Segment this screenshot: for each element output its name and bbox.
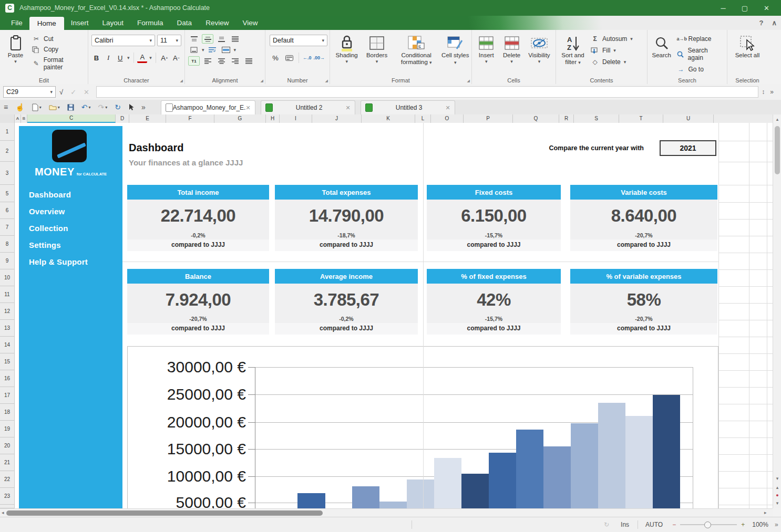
number-format-select[interactable]: Default ▾ [270, 35, 327, 46]
column-header-J[interactable]: J [312, 114, 362, 123]
search-button[interactable]: Search [650, 33, 674, 76]
vertical-text-icon[interactable]: T1 [188, 56, 200, 66]
open-document-icon[interactable]: ▾ [45, 104, 64, 110]
expand-formula-bar-icon[interactable]: ↕ [762, 88, 765, 96]
dialog-launcher-icon[interactable]: ◢ [467, 79, 470, 83]
sheet-tab-1[interactable]: Ashampoo_Money_for_E...✕ [161, 100, 255, 114]
close-tab-icon[interactable]: ✕ [245, 105, 250, 111]
column-header-P[interactable]: P [464, 114, 513, 123]
column-header-L[interactable]: L [415, 114, 431, 123]
row-header-3[interactable]: 3 [0, 162, 15, 185]
chevron-down-icon[interactable]: ▾ [202, 47, 204, 53]
bold-button[interactable]: B [91, 53, 101, 63]
column-header-C[interactable]: C [27, 114, 116, 123]
zoom-in-icon[interactable]: + [741, 521, 745, 528]
scroll-down-icon[interactable]: ▾ [773, 476, 781, 481]
close-tab-icon[interactable]: ✕ [445, 105, 450, 111]
visibility-button[interactable]: Visibility ▾ [525, 33, 553, 76]
row-header-17[interactable]: 17 [0, 387, 15, 404]
row-header-14[interactable]: 14 [0, 337, 15, 353]
row-header-18[interactable]: 18 [0, 404, 15, 421]
row-header-5[interactable]: 5 [0, 185, 15, 202]
sidebar-item-overview[interactable]: Overview [29, 207, 65, 216]
sidebar-item-settings[interactable]: Settings [29, 241, 61, 249]
fill-button[interactable]: Fill ▾ [589, 46, 635, 55]
row-header-11[interactable]: 11 [0, 286, 15, 303]
grow-font-button[interactable]: A+ [160, 53, 170, 63]
sort-and-filter-button[interactable]: AZ Sort and filter ▾ [558, 33, 588, 76]
dialog-launcher-icon[interactable]: ◢ [261, 79, 263, 83]
column-header-I[interactable]: I [280, 114, 312, 123]
row-header-16[interactable]: 16 [0, 370, 15, 387]
help-icon[interactable]: ? [759, 19, 764, 27]
chevron-down-icon[interactable]: ▾ [234, 47, 237, 53]
column-header-F[interactable]: F [166, 114, 214, 123]
zoom-slider-knob[interactable] [704, 521, 711, 528]
font-family-select[interactable]: Calibri ▾ [91, 35, 155, 46]
row-header-12[interactable]: 12 [0, 303, 15, 320]
sheet-tab-3[interactable]: Untitled 3✕ [361, 100, 455, 114]
save-icon[interactable] [64, 104, 78, 111]
horizontal-scroll-thumb[interactable] [6, 510, 323, 516]
font-color-button[interactable]: A [137, 53, 147, 63]
menu-view[interactable]: View [235, 17, 264, 30]
hand-tool-icon[interactable]: ☝ [12, 103, 28, 111]
column-header-S[interactable]: S [574, 114, 619, 123]
chevron-down-icon[interactable]: ▾ [127, 55, 130, 60]
conditional-formatting-button[interactable]: ≤ Conditional formatting ▾ [393, 33, 440, 76]
sidebar-toggle-icon[interactable]: ≡ [0, 103, 12, 111]
menu-layout[interactable]: Layout [96, 17, 131, 30]
toolbar-more-icon[interactable]: » [138, 103, 149, 111]
new-document-icon[interactable]: ▾ [28, 103, 45, 111]
delete-cells-button[interactable]: Delete ▾ [499, 33, 523, 76]
menu-data[interactable]: Data [170, 17, 199, 30]
close-button[interactable]: ✕ [764, 4, 769, 12]
autosum-button[interactable]: Σ Autosum ▾ [589, 35, 635, 43]
replace-button[interactable]: a→b Replace [675, 35, 725, 43]
cell-reference-box[interactable]: C29 ▾ [3, 86, 56, 98]
menu-insert[interactable]: Insert [64, 17, 96, 30]
row-header-10[interactable]: 10 [0, 269, 15, 286]
dialog-launcher-icon[interactable]: ◢ [325, 79, 328, 83]
shading-button[interactable]: Shading ▾ [332, 33, 361, 76]
goto-button[interactable]: → Go to [675, 65, 725, 74]
compare-year-input[interactable]: 2021 [660, 140, 716, 156]
select-all-corner[interactable] [0, 114, 15, 123]
menu-home[interactable]: Home [29, 17, 64, 30]
justify-vertical-icon[interactable] [229, 34, 241, 44]
align-bottom-icon[interactable] [215, 34, 227, 44]
sheet-tab-2[interactable]: Untitled 2✕ [261, 100, 355, 114]
maximize-button[interactable]: ▢ [742, 4, 748, 12]
align-right-icon[interactable] [229, 56, 241, 66]
italic-button[interactable]: I [104, 53, 114, 63]
font-size-select[interactable]: 11 ▾ [157, 35, 181, 46]
row-header-9[interactable]: 9 [0, 253, 15, 269]
column-header-T[interactable]: T [619, 114, 663, 123]
statusbar-more-icon[interactable]: » [775, 521, 778, 528]
column-header-E[interactable]: E [129, 114, 166, 123]
currency-format-icon[interactable] [283, 53, 295, 62]
column-header-Q[interactable]: Q [513, 114, 559, 123]
shrink-font-button[interactable]: A− [171, 53, 181, 63]
column-header-D[interactable]: D [116, 114, 129, 123]
insert-cells-button[interactable]: Insert ▾ [474, 33, 498, 76]
column-header-G[interactable]: G [214, 114, 266, 123]
cell-styles-button[interactable]: Cell styles ▾ [441, 33, 469, 76]
close-tab-icon[interactable]: ✕ [345, 105, 350, 111]
row-header-2[interactable]: 2 [0, 141, 15, 162]
percent-format-icon[interactable]: % [270, 53, 281, 63]
row-header-19[interactable]: 19 [0, 421, 15, 437]
scroll-left-icon[interactable]: ◂ [2, 510, 4, 515]
cell-frame-icon[interactable] [188, 45, 200, 55]
pointer-tool-icon[interactable] [125, 103, 138, 111]
row-header-1[interactable]: 1 [0, 123, 15, 141]
collapse-ribbon-icon[interactable]: ∧ [772, 19, 777, 27]
formula-input[interactable] [96, 86, 758, 98]
horizontal-scrollbar[interactable]: ◂ ▸ [0, 508, 773, 517]
next-object-icon[interactable]: ▾ [773, 500, 781, 506]
scroll-up-icon[interactable]: ▴ [773, 117, 781, 122]
zoom-level[interactable]: 100% [752, 521, 768, 528]
vertical-scrollbar[interactable]: ▴ ▾ ▴ ● ▾ [773, 114, 781, 508]
format-painter-button[interactable]: ✎ Format painter [30, 56, 86, 71]
redo-icon[interactable]: ↷▾ [94, 103, 111, 111]
